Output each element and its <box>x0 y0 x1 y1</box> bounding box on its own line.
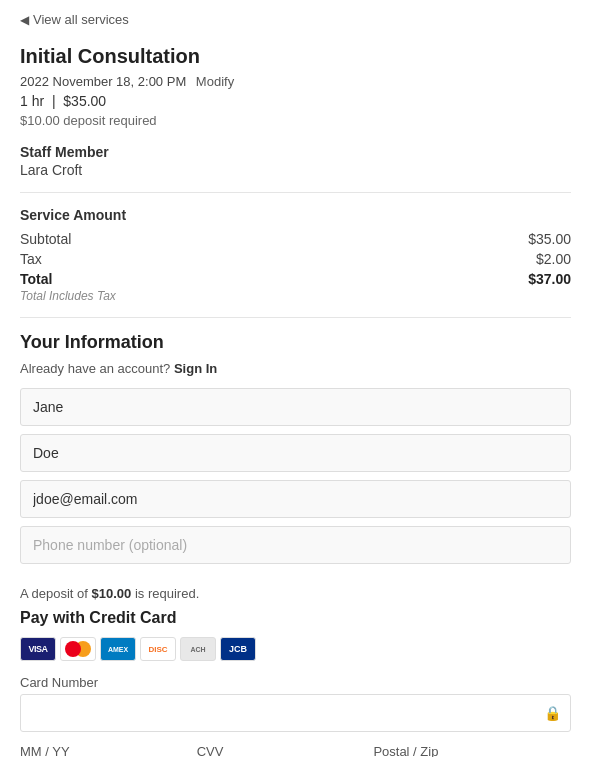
staff-name: Lara Croft <box>20 162 571 178</box>
phone-input[interactable] <box>20 526 571 564</box>
staff-label: Staff Member <box>20 144 571 160</box>
your-info-heading: Your Information <box>20 332 571 353</box>
divider-2 <box>20 317 571 318</box>
booking-duration: 1 hr <box>20 93 44 109</box>
subtotal-label: Subtotal <box>20 231 71 247</box>
tax-label: Tax <box>20 251 42 267</box>
card-number-wrapper: 🔒 <box>20 694 571 732</box>
tax-value: $2.00 <box>536 251 571 267</box>
booking-date-row: 2022 November 18, 2:00 PM Modify <box>20 74 571 89</box>
first-name-input[interactable] <box>20 388 571 426</box>
account-prompt: Already have an account? <box>20 361 170 376</box>
visa-icon: VISA <box>20 637 56 661</box>
expiry-label: MM / YY <box>20 744 185 757</box>
last-name-input[interactable] <box>20 434 571 472</box>
jcb-icon: JCB <box>220 637 256 661</box>
postal-label: Postal / Zip <box>373 744 571 757</box>
tax-note: Total Includes Tax <box>20 289 571 303</box>
total-label: Total <box>20 271 52 287</box>
booking-duration-price: 1 hr | $35.00 <box>20 93 571 109</box>
cvv-group: CVV <box>197 744 362 757</box>
modify-link[interactable]: Modify <box>196 74 234 89</box>
card-icons-row: VISA AMEX DISC ACH JCB <box>20 637 571 661</box>
deposit-amount: $10.00 <box>92 586 132 601</box>
postal-group: Postal / Zip <box>373 744 571 757</box>
service-title: Initial Consultation <box>20 45 571 68</box>
total-row: Total $37.00 <box>20 271 571 287</box>
subtotal-row: Subtotal $35.00 <box>20 231 571 247</box>
service-amount-label: Service Amount <box>20 207 571 223</box>
pay-heading: Pay with Credit Card <box>20 609 571 627</box>
booking-deposit-note: $10.00 deposit required <box>20 113 571 128</box>
booking-price: $35.00 <box>63 93 106 109</box>
account-signin-text: Already have an account? Sign In <box>20 361 571 376</box>
card-number-input[interactable] <box>20 694 571 732</box>
back-link[interactable]: ◀ View all services <box>20 12 571 27</box>
chevron-left-icon: ◀ <box>20 13 29 27</box>
discover-icon: DISC <box>140 637 176 661</box>
booking-date: 2022 November 18, 2:00 PM <box>20 74 186 89</box>
card-number-label: Card Number <box>20 675 571 690</box>
ach-icon: ACH <box>180 637 216 661</box>
deposit-required-text: A deposit of $10.00 is required. <box>20 586 571 601</box>
amex-icon: AMEX <box>100 637 136 661</box>
deposit-text-after: is required. <box>131 586 199 601</box>
deposit-text-before: A deposit of <box>20 586 92 601</box>
back-link-label: View all services <box>33 12 129 27</box>
expiry-group: MM / YY <box>20 744 185 757</box>
total-value: $37.00 <box>528 271 571 287</box>
cvv-label: CVV <box>197 744 362 757</box>
subtotal-value: $35.00 <box>528 231 571 247</box>
mastercard-icon <box>60 637 96 661</box>
card-details-row: MM / YY CVV Postal / Zip <box>20 744 571 757</box>
lock-icon: 🔒 <box>544 705 561 721</box>
signin-link[interactable]: Sign In <box>174 361 217 376</box>
email-input[interactable] <box>20 480 571 518</box>
tax-row: Tax $2.00 <box>20 251 571 267</box>
divider-1 <box>20 192 571 193</box>
